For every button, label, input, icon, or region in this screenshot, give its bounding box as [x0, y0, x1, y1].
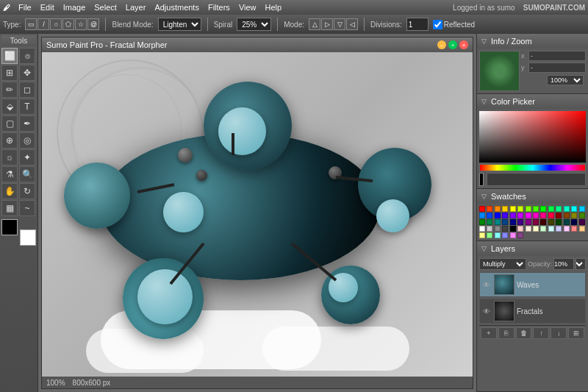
- layer-visibility-waves[interactable]: 👁: [481, 281, 492, 289]
- shape-spiral[interactable]: @: [87, 18, 99, 30]
- swatch-11[interactable]: [564, 206, 570, 212]
- menu-layer[interactable]: Layer: [122, 2, 150, 13]
- mode-btn-2[interactable]: ▷: [321, 18, 333, 30]
- swatch-15[interactable]: [487, 213, 492, 218]
- divisions-input[interactable]: [406, 18, 429, 31]
- swatch-7[interactable]: [533, 206, 539, 212]
- tool-dodge[interactable]: ☼: [1, 149, 18, 165]
- info-zoom-collapse-icon[interactable]: ▽: [481, 38, 487, 45]
- move-down-button[interactable]: ↓: [551, 327, 567, 339]
- fg-color-swatch[interactable]: [1, 219, 18, 235]
- tool-clone[interactable]: ⊕: [1, 132, 18, 149]
- swatch-39[interactable]: [564, 219, 570, 225]
- swatch-35[interactable]: [533, 219, 539, 225]
- move-up-button[interactable]: ↑: [533, 327, 549, 339]
- swatch-21[interactable]: [533, 213, 539, 218]
- tool-rotate[interactable]: ↻: [19, 183, 35, 199]
- swatch-60[interactable]: [510, 232, 516, 238]
- swatch-22[interactable]: [540, 213, 546, 218]
- tool-lasso[interactable]: ⌾: [19, 48, 35, 64]
- maximize-button[interactable]: +: [448, 40, 457, 49]
- swatch-38[interactable]: [556, 219, 562, 225]
- swatch-26[interactable]: [571, 213, 577, 218]
- tool-marquee[interactable]: ⬜: [1, 48, 18, 64]
- mode-btn-3[interactable]: ▽: [334, 18, 345, 30]
- swatch-25[interactable]: [564, 213, 570, 218]
- shape-poly[interactable]: ⬠: [62, 18, 74, 30]
- tool-brush[interactable]: ✏: [1, 82, 18, 98]
- canvas-content[interactable]: [42, 52, 473, 377]
- tool-smudge[interactable]: ~: [19, 200, 35, 216]
- color-gradient[interactable]: [479, 111, 586, 163]
- swatch-23[interactable]: [548, 213, 554, 218]
- swatch-8[interactable]: [540, 206, 546, 212]
- menu-file[interactable]: File: [15, 2, 35, 13]
- layer-visibility-fractals[interactable]: 👁: [481, 307, 492, 316]
- delete-layer-button[interactable]: 🗑: [516, 327, 532, 339]
- swatch-17[interactable]: [502, 213, 508, 218]
- tool-shape[interactable]: ▢: [1, 115, 18, 132]
- swatches-collapse-icon[interactable]: ▽: [481, 193, 487, 200]
- swatch-31[interactable]: [502, 219, 508, 225]
- menu-view[interactable]: View: [235, 2, 260, 13]
- tool-zoom[interactable]: 🔍: [19, 166, 35, 182]
- close-button[interactable]: ×: [459, 40, 468, 49]
- layers-collapse-icon[interactable]: ▽: [481, 245, 487, 252]
- swatch-53[interactable]: [564, 226, 570, 232]
- swatch-10[interactable]: [556, 206, 562, 212]
- swatch-46[interactable]: [510, 226, 516, 232]
- blend-mode-select-layers[interactable]: Multiply: [479, 258, 526, 270]
- tool-pen[interactable]: ✒: [19, 115, 35, 132]
- opacity-dropdown[interactable]: ▼: [576, 258, 586, 270]
- tool-text[interactable]: T: [19, 99, 35, 115]
- swatch-6[interactable]: [526, 206, 531, 212]
- swatch-33[interactable]: [517, 219, 523, 225]
- swatch-5[interactable]: [517, 206, 523, 212]
- swatch-0[interactable]: [479, 206, 485, 212]
- menu-help[interactable]: Help: [262, 2, 286, 13]
- spiral-select[interactable]: 25%: [237, 18, 271, 31]
- swatch-40[interactable]: [571, 219, 577, 225]
- shape-rect[interactable]: ▭: [25, 18, 37, 30]
- swatch-45[interactable]: [502, 226, 508, 232]
- tool-blur[interactable]: ◎: [19, 132, 35, 149]
- menu-filters[interactable]: Filters: [204, 2, 234, 13]
- menu-image[interactable]: Image: [60, 2, 90, 13]
- swatch-61[interactable]: [517, 232, 523, 238]
- swatch-50[interactable]: [540, 226, 546, 232]
- swatch-34[interactable]: [526, 219, 531, 225]
- layer-item-waves[interactable]: 👁 Waves: [479, 272, 586, 297]
- color-picker-collapse-icon[interactable]: ▽: [481, 98, 487, 105]
- swatch-54[interactable]: [571, 226, 577, 232]
- swatch-19[interactable]: [517, 213, 523, 218]
- tool-eyedrop[interactable]: ⚗: [1, 166, 18, 182]
- mode-btn-4[interactable]: ◁: [346, 18, 358, 30]
- swatch-43[interactable]: [487, 226, 492, 232]
- shape-circle[interactable]: ○: [50, 18, 62, 30]
- swatch-44[interactable]: [495, 226, 501, 232]
- tool-crop[interactable]: ⊞: [1, 65, 18, 81]
- color-hex-input[interactable]: 000000: [487, 173, 586, 186]
- swatch-41[interactable]: [579, 219, 585, 225]
- reflected-checkbox[interactable]: [433, 20, 442, 29]
- new-layer-button[interactable]: +: [481, 327, 497, 339]
- swatch-3[interactable]: [502, 206, 508, 212]
- swatch-52[interactable]: [556, 226, 562, 232]
- swatch-12[interactable]: [571, 206, 577, 212]
- tool-gradient[interactable]: ▦: [1, 200, 18, 216]
- bg-color-swatch[interactable]: [20, 229, 36, 246]
- swatch-56[interactable]: [479, 232, 485, 238]
- swatch-49[interactable]: [533, 226, 539, 232]
- swatch-29[interactable]: [487, 219, 492, 225]
- swatch-18[interactable]: [510, 213, 516, 218]
- tool-move[interactable]: ✥: [19, 65, 35, 81]
- blend-mode-select-toolbar[interactable]: Lighten: [158, 18, 201, 31]
- tool-fill[interactable]: ⬙: [1, 99, 18, 115]
- hue-slider[interactable]: [479, 164, 586, 171]
- swatch-13[interactable]: [579, 206, 585, 212]
- swatch-2[interactable]: [495, 206, 501, 212]
- menu-select[interactable]: Select: [90, 2, 121, 13]
- swatch-58[interactable]: [495, 232, 501, 238]
- tool-hand[interactable]: ✋: [1, 183, 18, 199]
- tool-eraser[interactable]: ◻: [19, 82, 35, 98]
